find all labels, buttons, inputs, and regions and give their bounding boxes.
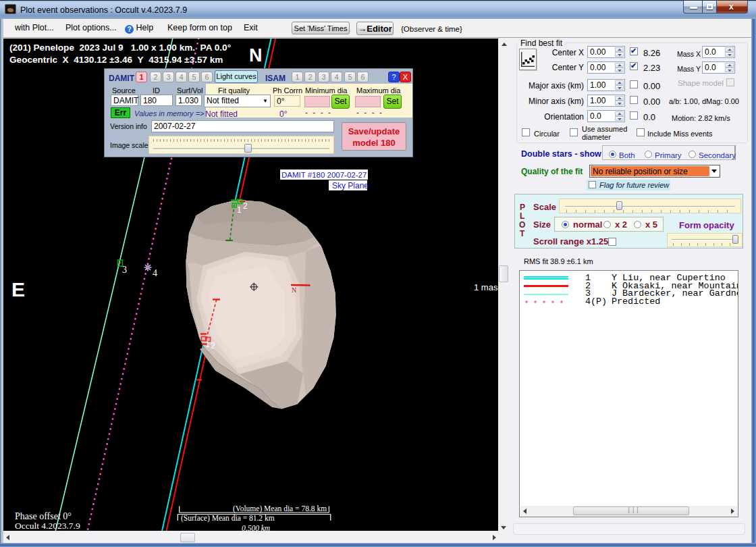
svg-text:1 mas: 1 mas xyxy=(474,282,498,292)
svg-text:2: 2 xyxy=(243,201,248,211)
svg-text:3: 3 xyxy=(122,265,127,275)
svg-text:4: 4 xyxy=(153,268,157,278)
svg-text:2: 2 xyxy=(211,341,215,350)
svg-text:DAMIT #180 2007-02-27: DAMIT #180 2007-02-27 xyxy=(281,171,367,179)
svg-text:1: 1 xyxy=(237,205,242,215)
svg-text:0.500 km: 0.500 km xyxy=(242,524,270,531)
svg-text:Occult 4.2023.7.9: Occult 4.2023.7.9 xyxy=(15,521,80,531)
svg-text:Geocentric X 4130.12 ±3.46: Geocentric X 4130.12 ±3.46 Y 4315.94 ±3.… xyxy=(9,55,223,65)
svg-text:Phase offset 0°: Phase offset 0° xyxy=(15,511,72,521)
svg-text:1: 1 xyxy=(205,340,210,349)
svg-text:N: N xyxy=(292,286,296,294)
svg-text:Sky Plane: Sky Plane xyxy=(332,181,369,190)
svg-text:N: N xyxy=(249,45,263,66)
svg-text:(Surface) Mean dia = 81.2 km: (Surface) Mean dia = 81.2 km xyxy=(181,514,275,523)
svg-text:E: E xyxy=(11,278,25,301)
svg-text:(Volume) Mean dia = 78.8 km: (Volume) Mean dia = 78.8 km xyxy=(233,504,327,513)
svg-text:(201) Penelope 2023 Jul 9 1: (201) Penelope 2023 Jul 9 1.00 x 1.00 km… xyxy=(9,43,231,53)
